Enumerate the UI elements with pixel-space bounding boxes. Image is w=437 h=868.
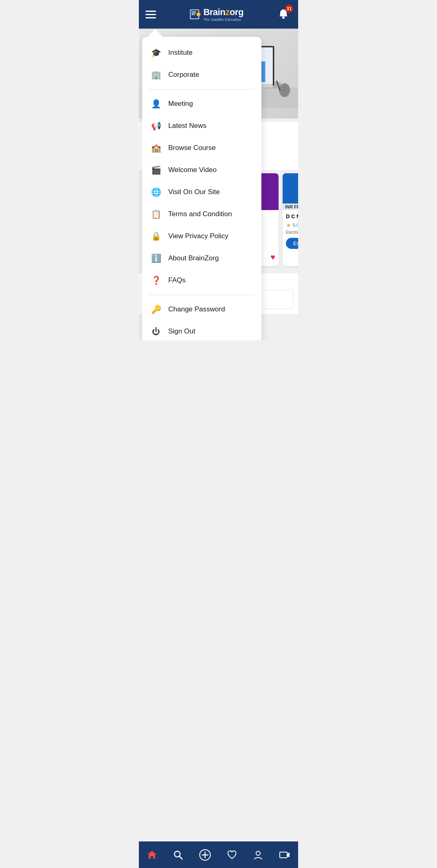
dropdown-arrow — [148, 29, 163, 37]
menu-item-sign-out[interactable]: ⏻ Sign Out — [142, 320, 261, 340]
logo-subtitle: The Satellite Education — [203, 18, 241, 22]
logo-book-icon: Z — [188, 7, 203, 22]
menu-item-privacy-label: View Privacy Policy — [168, 232, 228, 240]
logo: Z Brainzorg The Satellite Education — [188, 7, 243, 22]
faqs-icon: ❓ — [150, 275, 162, 286]
svg-point-7 — [282, 16, 285, 19]
svg-rect-4 — [192, 14, 195, 15]
svg-rect-2 — [192, 11, 196, 12]
menu-item-welcome-video[interactable]: 🎬 Welcome Video — [142, 159, 261, 181]
menu-item-about-label: About BrainZorg — [168, 254, 219, 262]
menu-item-terms-label: Terms and Condition — [168, 210, 232, 218]
menu-item-about[interactable]: ℹ️ About BrainZorg — [142, 247, 261, 269]
institute-icon: 🎓 — [150, 47, 162, 58]
browse-course-icon: 🏫 — [150, 142, 162, 154]
dropdown-menu: 🎓 Institute 🏢 Corporate 👤 Meeting 📢 Late… — [142, 37, 261, 340]
menu-section-3: 🔑 Change Password ⏻ Sign Out — [142, 297, 261, 340]
terms-icon: 📋 — [150, 208, 162, 220]
menu-item-privacy[interactable]: 🔒 View Privacy Policy — [142, 225, 261, 247]
menu-item-terms[interactable]: 📋 Terms and Condition — [142, 203, 261, 225]
logo-text: Brainzorg — [203, 7, 243, 18]
menu-item-visit-site-label: Visit On Our Site — [168, 188, 220, 196]
visit-site-icon: 🌐 — [150, 186, 162, 198]
menu-item-visit-site[interactable]: 🌐 Visit On Our Site — [142, 181, 261, 203]
menu-item-change-password-label: Change Password — [168, 305, 225, 313]
privacy-icon: 🔒 — [150, 230, 162, 242]
menu-item-browse-course[interactable]: 🏫 Browse Course — [142, 137, 261, 159]
menu-item-sign-out-label: Sign Out — [168, 327, 195, 336]
svg-text:Z: Z — [197, 13, 199, 16]
svg-rect-3 — [192, 13, 196, 14]
menu-section-1: 🎓 Institute 🏢 Corporate — [142, 40, 261, 87]
menu-item-browse-course-label: Browse Course — [168, 144, 216, 152]
notification-badge: 31 — [285, 4, 293, 13]
menu-divider-2 — [149, 295, 255, 295]
menu-item-institute[interactable]: 🎓 Institute — [142, 42, 261, 64]
menu-section-2: 👤 Meeting 📢 Latest News 🏫 Browse Course … — [142, 91, 261, 293]
menu-item-meeting[interactable]: 👤 Meeting — [142, 93, 261, 115]
notification-button[interactable]: 31 — [275, 6, 292, 22]
welcome-video-icon: 🎬 — [150, 164, 162, 176]
menu-item-faqs[interactable]: ❓ FAQs — [142, 269, 261, 291]
menu-item-corporate[interactable]: 🏢 Corporate — [142, 64, 261, 86]
menu-divider-1 — [149, 89, 255, 89]
menu-item-corporate-label: Corporate — [168, 71, 199, 79]
menu-item-institute-label: Institute — [168, 49, 193, 57]
meeting-icon: 👤 — [150, 98, 162, 110]
menu-item-latest-news-label: Latest News — [168, 122, 207, 130]
sign-out-icon: ⏻ — [150, 326, 162, 337]
latest-news-icon: 📢 — [150, 120, 162, 132]
about-icon: ℹ️ — [150, 253, 162, 264]
menu-item-change-password[interactable]: 🔑 Change Password — [142, 298, 261, 320]
hamburger-menu-button[interactable] — [145, 11, 156, 18]
header: Z Brainzorg The Satellite Education 31 — [139, 0, 298, 29]
menu-item-faqs-label: FAQs — [168, 276, 186, 284]
menu-item-welcome-video-label: Welcome Video — [168, 166, 216, 174]
corporate-icon: 🏢 — [150, 69, 162, 81]
menu-item-meeting-label: Meeting — [168, 100, 193, 108]
menu-item-latest-news[interactable]: 📢 Latest News — [142, 115, 261, 137]
change-password-icon: 🔑 — [150, 304, 162, 315]
